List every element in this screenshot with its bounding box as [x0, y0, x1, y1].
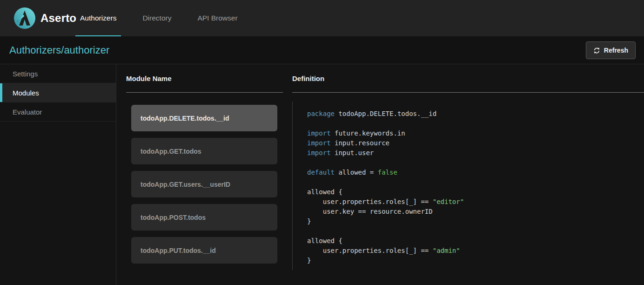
code-line: user.key == resource.ownerID	[307, 207, 464, 217]
sidebar-item-modules[interactable]: Modules	[0, 83, 116, 102]
module-card-label: todoApp.GET.users.__userID	[141, 181, 230, 188]
code-token: import	[307, 149, 331, 156]
active-sidebar-indicator	[0, 83, 2, 102]
nav-tab-api-browser-label: API Browser	[197, 14, 237, 22]
sidebar-item-settings-label: Settings	[13, 70, 38, 78]
code-token: future.keywords.in	[331, 129, 405, 137]
code-line: import future.keywords.in	[307, 129, 464, 138]
nav-tab-authorizers-label: Authorizers	[80, 14, 116, 22]
code-token: "editor"	[433, 198, 464, 205]
definition-column-header: Definition	[292, 75, 324, 82]
code-token: input.resource	[331, 139, 389, 147]
code-token: }	[307, 257, 311, 264]
code-token: allowed {	[307, 188, 342, 196]
sidebar-item-settings[interactable]: Settings	[0, 64, 116, 83]
aserto-logo-icon	[14, 7, 35, 29]
code-token: allowed =	[335, 169, 378, 176]
code-token: import	[307, 129, 331, 137]
module-card-label: todoApp.GET.todos	[141, 148, 201, 155]
page-title: Authorizers/authorizer	[9, 44, 109, 56]
code-line: import input.user	[307, 148, 464, 158]
code-line: }	[307, 256, 464, 265]
nav-tab-directory-label: Directory	[142, 14, 171, 22]
code-line	[307, 158, 464, 168]
nav-tab-authorizers[interactable]: Authorizers	[75, 0, 121, 36]
code-token: user.properties.roles[_] ==	[307, 247, 433, 254]
top-nav: Aserto Authorizers Directory API Browser	[0, 0, 644, 36]
code-line	[307, 119, 464, 129]
code-token: }	[307, 217, 311, 225]
page-header: Authorizers/authorizer Refresh	[0, 36, 644, 64]
module-card-label: todoApp.DELETE.todos.__id	[141, 115, 229, 122]
sidebar-item-modules-label: Modules	[13, 89, 39, 97]
module-card-get-users-userid[interactable]: todoApp.GET.users.__userID	[131, 171, 277, 197]
code-line: allowed {	[307, 187, 464, 197]
brand[interactable]: Aserto	[14, 7, 76, 29]
code-line	[307, 177, 464, 187]
code-line	[307, 226, 464, 236]
code-line: default allowed = false	[307, 168, 464, 177]
module-card-get-todos[interactable]: todoApp.GET.todos	[131, 138, 277, 164]
code-token: todoApp.DELETE.todos.__id	[335, 110, 436, 117]
sidebar-item-evaluator[interactable]: Evaluator	[0, 102, 116, 122]
code-token: false	[378, 169, 397, 176]
code-token: package	[307, 110, 335, 117]
nav-tab-directory[interactable]: Directory	[138, 0, 176, 36]
code-line: package todoApp.DELETE.todos.__id	[307, 109, 464, 119]
module-card-delete-todos-id[interactable]: todoApp.DELETE.todos.__id	[131, 105, 277, 131]
brand-name: Aserto	[40, 12, 76, 25]
module-list: todoApp.DELETE.todos.__id todoApp.GET.to…	[131, 105, 277, 264]
code-line: }	[307, 217, 464, 226]
code-token: user.properties.roles[_] ==	[307, 198, 433, 205]
module-column-divider	[126, 92, 283, 93]
module-card-put-todos-id[interactable]: todoApp.PUT.todos.__id	[131, 237, 277, 264]
module-card-post-todos[interactable]: todoApp.POST.todos	[131, 204, 277, 231]
code-token: input.user	[331, 149, 374, 156]
code-token: "admin"	[433, 247, 460, 254]
code-line: allowed {	[307, 236, 464, 246]
refresh-button[interactable]: Refresh	[586, 41, 636, 59]
nav-tab-api-browser[interactable]: API Browser	[193, 0, 242, 36]
definition-column-divider	[292, 92, 644, 93]
code-line: user.properties.roles[_] == "admin"	[307, 246, 464, 256]
app-window: Aserto Authorizers Directory API Browser…	[0, 0, 644, 285]
main-content: Module Name todoApp.DELETE.todos.__id to…	[116, 64, 644, 285]
module-card-label: todoApp.PUT.todos.__id	[141, 247, 216, 254]
refresh-button-label: Refresh	[604, 47, 628, 54]
refresh-icon	[593, 47, 600, 54]
policy-code: package todoApp.DELETE.todos.__id import…	[292, 102, 464, 270]
code-line: import input.resource	[307, 138, 464, 148]
module-name-column-header: Module Name	[126, 75, 172, 82]
code-token: import	[307, 139, 331, 147]
code-token: allowed {	[307, 237, 342, 244]
nav-links: Authorizers Directory API Browser	[75, 0, 242, 36]
code-line: user.properties.roles[_] == "editor"	[307, 197, 464, 207]
sidebar-item-evaluator-label: Evaluator	[13, 108, 42, 116]
code-token: default	[307, 169, 335, 176]
code-token: user.key == resource.ownerID	[307, 208, 433, 215]
module-card-label: todoApp.POST.todos	[141, 214, 206, 221]
sidebar: Settings Modules Evaluator	[0, 64, 116, 285]
